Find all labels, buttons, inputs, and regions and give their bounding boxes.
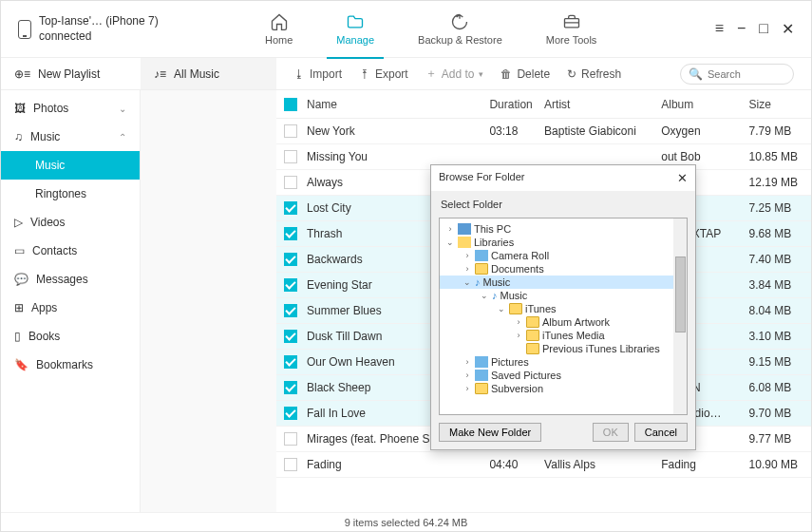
- menu-icon[interactable]: ≡: [715, 20, 724, 38]
- cancel-button[interactable]: Cancel: [634, 423, 688, 442]
- row-checkbox[interactable]: [284, 124, 297, 138]
- photos-icon: 🖼: [14, 102, 26, 115]
- row-checkbox[interactable]: [284, 150, 297, 163]
- row-checkbox[interactable]: [284, 227, 297, 240]
- tree-music-sub[interactable]: ⌄♪Music: [440, 289, 687, 302]
- sidebar-item-photos[interactable]: 🖼Photos⌄: [1, 94, 140, 123]
- refresh-button[interactable]: ↻Refresh: [567, 67, 621, 81]
- tree-libraries[interactable]: ⌄Libraries: [440, 236, 687, 249]
- delete-button[interactable]: 🗑Delete: [500, 67, 550, 81]
- sidebar-item-messages[interactable]: 💬Messages: [1, 265, 140, 294]
- cell-artist: Vallis Alps: [544, 458, 661, 471]
- main-tabs: Home Manage Backup & Restore More Tools: [265, 12, 596, 46]
- tab-home[interactable]: Home: [265, 12, 293, 46]
- cell-name: Missing You: [307, 150, 489, 163]
- table-header: Name Duration Artist Album Size: [276, 90, 811, 119]
- tab-tools[interactable]: More Tools: [546, 12, 597, 46]
- row-checkbox[interactable]: [284, 278, 297, 292]
- col-size[interactable]: Size: [749, 98, 811, 111]
- import-button[interactable]: ⭳Import: [293, 67, 342, 81]
- folder-icon: [475, 383, 488, 394]
- tree-album-artwork[interactable]: ›Album Artwork: [440, 315, 687, 329]
- sidebar-item-videos[interactable]: ▷Videos: [1, 208, 140, 237]
- video-icon: ▷: [14, 216, 23, 229]
- tree-itunes-media[interactable]: ›iTunes Media: [440, 329, 687, 342]
- add-to-button[interactable]: ＋Add to ▾: [425, 66, 484, 82]
- row-checkbox[interactable]: [284, 201, 297, 215]
- device-info[interactable]: Top-Ianse'… (iPhone 7) connected: [18, 14, 265, 44]
- table-row[interactable]: Fading04:40Vallis AlpsFading10.90 MB: [276, 452, 811, 478]
- select-all-checkbox[interactable]: [284, 98, 297, 111]
- tree-pictures[interactable]: ›Pictures: [440, 355, 687, 369]
- row-checkbox[interactable]: [284, 407, 297, 420]
- tree-saved-pictures[interactable]: ›Saved Pictures: [440, 369, 687, 382]
- make-new-folder-button[interactable]: Make New Folder: [439, 423, 541, 442]
- sidebar-item-apps[interactable]: ⊞Apps: [1, 294, 140, 322]
- tree-prev-libs[interactable]: Previous iTunes Libraries: [440, 342, 687, 355]
- row-checkbox[interactable]: [284, 355, 297, 369]
- row-checkbox[interactable]: [284, 304, 297, 317]
- scrollbar-thumb[interactable]: [675, 256, 686, 332]
- table-row[interactable]: New York03:18Baptiste GiabiconiOxygen7.7…: [276, 119, 811, 144]
- col-duration[interactable]: Duration: [489, 98, 544, 111]
- dialog-close-button[interactable]: ✕: [677, 171, 688, 185]
- row-checkbox[interactable]: [284, 458, 297, 471]
- tree-this-pc[interactable]: ›This PC: [440, 222, 687, 236]
- search-input[interactable]: [708, 68, 784, 80]
- sidebar-item-contacts[interactable]: ▭Contacts: [1, 237, 140, 265]
- all-music-button[interactable]: ♪≡ All Music: [141, 58, 276, 89]
- folder-tree[interactable]: ›This PC ⌄Libraries ›Camera Roll ›Docume…: [439, 218, 688, 415]
- tree-scrollbar[interactable]: [673, 218, 687, 414]
- maximize-button[interactable]: □: [759, 20, 768, 38]
- minimize-button[interactable]: −: [737, 20, 746, 38]
- cell-size: 6.08 MB: [749, 381, 811, 394]
- cell-name: New York: [307, 124, 489, 138]
- chevron-up-icon: ⌃: [119, 132, 126, 142]
- sidebar-item-music[interactable]: ♫Music⌃: [1, 123, 140, 151]
- row-checkbox[interactable]: [284, 330, 297, 343]
- export-button[interactable]: ⭱Export: [359, 67, 408, 81]
- refresh-icon: ↻: [567, 67, 576, 81]
- row-checkbox[interactable]: [284, 381, 297, 394]
- libraries-icon: [458, 237, 471, 248]
- sidebar-sub-ringtones[interactable]: Ringtones: [1, 180, 140, 208]
- tree-documents[interactable]: ›Documents: [440, 262, 687, 276]
- row-checkbox[interactable]: [284, 253, 297, 266]
- music-icon: ♪: [475, 276, 481, 288]
- books-icon: ▯: [14, 330, 21, 343]
- search-box[interactable]: 🔍: [680, 64, 794, 85]
- tab-backup[interactable]: Backup & Restore: [418, 12, 502, 46]
- col-name[interactable]: Name: [307, 98, 489, 111]
- row-checkbox[interactable]: [284, 176, 297, 189]
- tree-subversion[interactable]: ›Subversion: [440, 382, 687, 395]
- new-playlist-button[interactable]: ⊕≡ New Playlist: [1, 67, 141, 81]
- cell-size: 7.79 MB: [749, 124, 811, 138]
- tree-itunes[interactable]: ⌄iTunes: [440, 302, 687, 315]
- cell-size: 9.68 MB: [749, 227, 811, 240]
- cell-size: 9.77 MB: [749, 432, 811, 446]
- cell-size: 12.19 MB: [749, 176, 811, 189]
- col-album[interactable]: Album: [661, 98, 748, 111]
- dialog-titlebar: Browse For Folder ✕: [431, 165, 695, 191]
- col-artist[interactable]: Artist: [544, 98, 661, 111]
- tree-music[interactable]: ⌄♪Music: [440, 276, 687, 289]
- window-controls: ≡ − □ ✕: [715, 20, 794, 38]
- messages-icon: 💬: [14, 273, 28, 286]
- cell-album: Oxygen: [661, 124, 748, 138]
- bookmark-icon: 🔖: [14, 358, 28, 371]
- sidebar-item-bookmarks[interactable]: 🔖Bookmarks: [1, 351, 140, 379]
- chevron-down-icon: ▾: [479, 69, 483, 79]
- pictures-icon: [475, 250, 488, 261]
- cell-size: 9.70 MB: [749, 407, 811, 420]
- tree-camera-roll[interactable]: ›Camera Roll: [440, 249, 687, 262]
- cell-album: Fading: [661, 458, 748, 471]
- cell-duration: 04:40: [489, 458, 544, 471]
- close-button[interactable]: ✕: [782, 20, 794, 38]
- cell-size: 3.10 MB: [749, 330, 811, 343]
- sidebar-item-books[interactable]: ▯Books: [1, 322, 140, 351]
- tab-manage[interactable]: Manage: [336, 12, 374, 46]
- folder-icon: [526, 343, 539, 354]
- row-checkbox[interactable]: [284, 432, 297, 446]
- sidebar-sub-music[interactable]: Music: [1, 151, 140, 180]
- ok-button[interactable]: OK: [593, 423, 629, 442]
